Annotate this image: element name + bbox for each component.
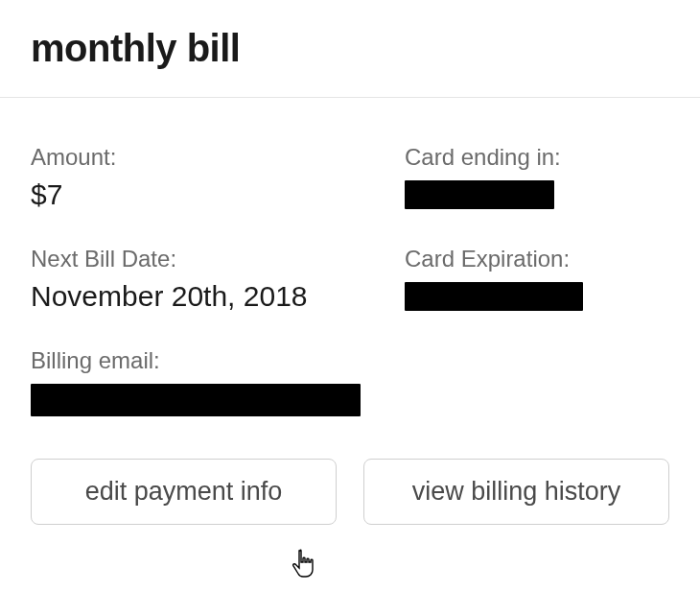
amount-label: Amount: (31, 144, 405, 171)
card-ending-label: Card ending in: (405, 144, 669, 171)
edit-payment-button[interactable]: edit payment info (31, 459, 337, 525)
billing-email-value-redacted (31, 384, 361, 416)
view-billing-history-button[interactable]: view billing history (363, 459, 669, 525)
pointer-cursor-icon (292, 549, 318, 579)
card-ending-field: Card ending in: (405, 144, 669, 213)
card-expiration-value-redacted (405, 282, 583, 311)
card-expiration-field: Card Expiration: (405, 246, 669, 315)
page-title: monthly bill (31, 27, 669, 70)
billing-details: Amount: $7 Card ending in: Next Bill Dat… (31, 98, 669, 525)
next-bill-date-value: November 20th, 2018 (31, 280, 405, 313)
billing-email-label: Billing email: (31, 347, 361, 374)
billing-email-field: Billing email: (31, 347, 361, 420)
amount-value: $7 (31, 178, 405, 211)
amount-field: Amount: $7 (31, 144, 405, 213)
card-ending-value-redacted (405, 180, 554, 209)
card-expiration-label: Card Expiration: (405, 246, 669, 272)
next-bill-date-label: Next Bill Date: (31, 246, 405, 272)
next-bill-date-field: Next Bill Date: November 20th, 2018 (31, 246, 405, 315)
